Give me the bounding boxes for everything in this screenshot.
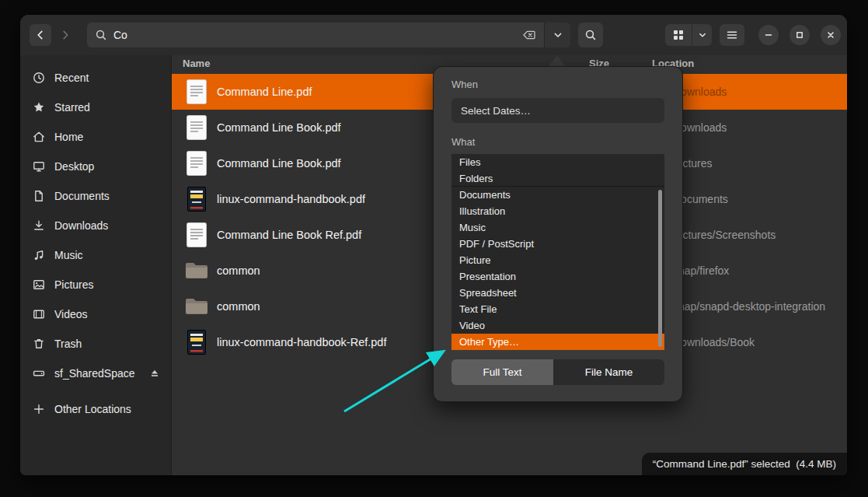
search-options-dropdown-button[interactable] [544,23,570,47]
maximize-button[interactable] [790,25,810,45]
file-name: Command Line Book.pdf [217,157,341,170]
pdf-file-icon [183,151,211,176]
sidebar-item-sf-sharedspace[interactable]: sf_SharedSpace [20,359,171,388]
sidebar-item-desktop[interactable]: Desktop [20,152,171,181]
sidebar-item-label: Pictures [54,278,160,291]
file-name-button[interactable]: File Name [553,359,664,385]
when-label: When [451,78,664,92]
pdf-book-cover-icon [183,187,211,212]
file-location: Downloads/Book [673,336,755,348]
sidebar-item-videos[interactable]: Videos [20,299,171,329]
desktop-icon [33,160,45,173]
type-option-presentation[interactable]: Presentation [451,268,664,285]
document-icon [33,190,45,202]
sidebar-item-label: sf_SharedSpace [54,367,140,380]
search-input[interactable]: Co [87,23,544,47]
chevron-down-icon [697,30,708,40]
maximize-icon [794,30,805,40]
trash-icon [33,338,45,350]
grid-view-button[interactable] [665,24,692,46]
forward-icon [59,29,71,41]
download-icon [33,219,45,232]
type-option-files[interactable]: Files [451,154,664,170]
minimize-icon [763,30,774,40]
sidebar-item-label: Starred [54,101,160,114]
full-text-button[interactable]: Full Text [451,359,553,385]
file-name: common [217,300,260,313]
file-name: Command Line Book.pdf [217,121,341,134]
type-option-illustration[interactable]: Illustration [451,203,664,219]
forward-button[interactable] [54,24,76,46]
folder-icon [183,261,211,280]
home-icon [33,131,45,143]
sidebar-item-other-locations[interactable]: Other Locations [20,394,171,424]
drive-icon [33,367,45,380]
sidebar-item-label: Music [54,249,160,261]
popover-arrow [549,55,566,66]
file-location: Pictures/Screenshots [673,229,776,241]
menu-icon [726,29,738,41]
sidebar-item-label: Other Locations [54,403,160,415]
view-options-dropdown-button[interactable] [692,24,712,46]
sidebar-item-home[interactable]: Home [20,122,171,152]
status-bar: “Command Line.pdf” selected (4.4 MB) [642,453,847,475]
sidebar-item-downloads[interactable]: Downloads [20,211,171,240]
search-toggle-button[interactable] [578,23,603,47]
sidebar-item-recent[interactable]: Recent [20,63,171,93]
type-option-spreadsheet[interactable]: Spreadsheet [451,285,664,301]
back-icon [34,29,47,41]
sidebar-item-pictures[interactable]: Pictures [20,270,171,299]
file-name: Command Line Book Ref.pdf [217,229,361,241]
sidebar-item-label: Recent [54,72,160,84]
file-manager-window: Co [19,14,848,476]
sidebar-item-label: Videos [54,308,160,320]
sidebar-item-starred[interactable]: Starred [20,93,171,122]
type-option-video[interactable]: Video [451,317,664,334]
column-header-name[interactable]: Name [183,58,210,69]
pdf-file-icon [183,222,211,247]
sidebar-item-label: Documents [54,190,160,202]
star-icon [33,101,45,114]
popover-body: When Select Dates… What Files Folders Do… [433,66,683,402]
close-icon [825,30,836,40]
type-option-picture[interactable]: Picture [451,252,664,268]
file-type-list: Files Folders Documents Illustration Mus… [451,154,664,350]
sidebar-item-music[interactable]: Music [20,240,171,270]
sidebar: Recent Starred Home Desktop Documents [20,55,172,475]
file-name: Command Line.pdf [217,86,312,98]
grid-view-icon [672,29,685,41]
file-name: linux-command-handbook-Ref.pdf [217,336,386,348]
back-button[interactable] [30,24,51,46]
clear-backspace-icon[interactable] [522,29,536,41]
sidebar-item-documents[interactable]: Documents [20,181,171,211]
pdf-book-cover-icon [183,330,211,355]
type-option-folders[interactable]: Folders [451,170,664,187]
sidebar-item-label: Downloads [54,219,160,232]
type-option-documents[interactable]: Documents [451,187,664,203]
close-button[interactable] [821,25,841,45]
pdf-file-icon [183,79,211,104]
search-mode-toggle: Full Text File Name [451,359,664,385]
type-list-scrollbar[interactable] [658,190,662,347]
clock-icon [33,72,45,84]
type-option-pdf-postscript[interactable]: PDF / PostScript [451,236,664,252]
film-icon [33,308,45,320]
search-value: Co [113,29,522,41]
file-name: linux-command-handbook.pdf [217,193,365,205]
folder-icon [183,297,211,316]
main-menu-button[interactable] [720,24,744,46]
sidebar-item-trash[interactable]: Trash [20,329,171,359]
sidebar-item-label: Trash [54,338,160,350]
sidebar-item-label: Home [54,131,160,143]
type-option-text-file[interactable]: Text File [451,301,664,317]
search-icon [95,29,107,41]
select-dates-button[interactable]: Select Dates… [451,98,664,123]
type-option-other-type[interactable]: Other Type… [451,334,664,350]
music-note-icon [33,249,45,261]
type-option-music[interactable]: Music [451,219,664,236]
minimize-button[interactable] [758,25,779,45]
sidebar-item-label: Desktop [54,160,160,173]
plus-icon [33,403,45,415]
file-location: snap/snapd-desktop-integration [673,300,825,313]
eject-icon[interactable] [149,368,160,379]
